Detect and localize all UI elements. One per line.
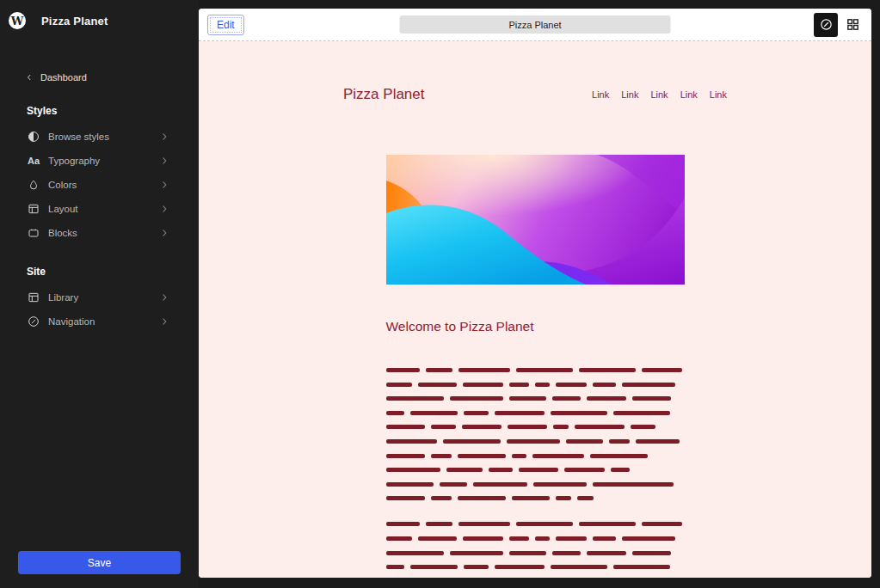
save-button[interactable]: Save (18, 551, 181, 574)
redacted-bar (512, 454, 526, 458)
redacted-bar (575, 425, 625, 429)
redacted-bar (464, 411, 489, 415)
site-section-heading: Site (0, 266, 199, 278)
sidebar: W Pizza Planet Dashboard Styles Browse s… (0, 0, 199, 588)
sidebar-item-blocks[interactable]: Blocks (0, 221, 199, 245)
redacted-bar (556, 383, 587, 387)
redacted-bar (556, 496, 571, 500)
redacted-bar (458, 368, 510, 372)
redacted-bar (386, 496, 425, 500)
redacted-bar (473, 482, 527, 487)
topbar-right-actions (814, 13, 863, 37)
redacted-bar (495, 411, 545, 415)
document-title-pill[interactable]: Pizza Planet (400, 15, 671, 34)
welcome-heading: Welcome to Pizza Planet (386, 319, 685, 334)
redacted-bar (463, 536, 503, 541)
redacted-bar (431, 425, 456, 429)
navigation-icon (819, 17, 834, 32)
sidebar-item-label: Layout (48, 204, 151, 214)
redacted-bar (458, 522, 510, 526)
redacted-bar (512, 496, 550, 500)
redacted-bar (551, 411, 607, 415)
redacted-bar (516, 522, 573, 526)
redacted-bar (446, 468, 483, 472)
redacted-line (386, 368, 685, 372)
preview-nav-menu: Link Link Link Link Link (592, 89, 727, 100)
redacted-bar (509, 396, 546, 401)
chevron-right-icon (158, 227, 170, 239)
redacted-bar (431, 454, 452, 458)
redacted-bar (443, 439, 501, 444)
redacted-line (386, 439, 685, 444)
preview-nav-link: Link (650, 89, 668, 100)
redacted-bar (508, 425, 547, 429)
redacted-bar (386, 551, 444, 555)
redacted-line (386, 482, 685, 487)
sidebar-item-browse-styles[interactable]: Browse styles (0, 125, 199, 149)
redacted-bar (386, 368, 420, 372)
sidebar-site-title: Pizza Planet (41, 15, 108, 28)
redacted-bar (590, 454, 648, 458)
preview-nav-link: Link (592, 89, 609, 100)
redacted-line (386, 383, 685, 387)
redacted-bar (579, 368, 636, 372)
redacted-bar (418, 536, 457, 541)
layout-icon (27, 202, 40, 216)
redacted-bar (386, 536, 412, 541)
sidebar-item-navigation[interactable]: Navigation (0, 309, 199, 334)
sidebar-item-colors[interactable]: Colors (0, 173, 199, 197)
redacted-bar (622, 536, 675, 541)
redacted-bar (386, 439, 437, 444)
redacted-bar (458, 454, 506, 458)
sidebar-item-typography[interactable]: Aa Typography (0, 149, 199, 173)
redacted-bar (613, 565, 670, 569)
redacted-bar (495, 565, 545, 569)
redacted-bar (458, 496, 506, 500)
editor-topbar: Edit Pizza Planet (199, 9, 871, 41)
block-icon (27, 226, 40, 240)
redacted-line (386, 468, 685, 472)
redacted-bar (509, 383, 529, 387)
redacted-bar (464, 565, 489, 569)
redacted-bar (551, 565, 607, 569)
redacted-bar (450, 396, 503, 401)
sidebar-item-layout[interactable]: Layout (0, 197, 199, 221)
redacted-bar (632, 396, 671, 401)
redacted-line (386, 425, 685, 429)
grid-icon (846, 17, 860, 32)
back-label: Dashboard (40, 72, 87, 83)
redacted-bar (410, 411, 458, 415)
edit-button[interactable]: Edit (207, 15, 244, 35)
redacted-bar (386, 411, 404, 415)
redacted-bar (532, 454, 584, 458)
library-icon (27, 291, 40, 304)
redacted-bar (386, 482, 434, 487)
grid-view-button[interactable] (842, 15, 863, 35)
redacted-line (386, 536, 685, 541)
redacted-bar (463, 383, 503, 387)
redacted-bar (462, 425, 502, 429)
dashboard-back-link[interactable]: Dashboard (0, 70, 199, 84)
styles-section-list: Browse styles Aa Typography Colors Layou… (0, 125, 199, 245)
redacted-paragraph (386, 522, 685, 569)
redacted-bar (579, 522, 636, 526)
site-preview[interactable]: Pizza Planet Link Link Link Link Link (199, 41, 871, 578)
redacted-bar (489, 468, 513, 472)
redacted-line (386, 496, 685, 500)
sidebar-item-library[interactable]: Library (0, 285, 199, 309)
typography-icon: Aa (27, 154, 40, 168)
redacted-bar (613, 411, 670, 415)
redacted-bar (535, 383, 550, 387)
redacted-bar (386, 522, 420, 526)
redacted-bar (386, 454, 425, 458)
chevron-right-icon (158, 315, 170, 328)
redacted-line (386, 396, 685, 401)
redacted-bar (426, 522, 452, 526)
redacted-bar (593, 383, 616, 387)
redacted-bar (552, 396, 581, 401)
redacted-bar (509, 551, 546, 555)
contrast-icon (27, 130, 40, 144)
navigation-toggle-button[interactable] (814, 13, 838, 37)
redacted-bar (566, 439, 603, 444)
redacted-bar (386, 383, 412, 387)
